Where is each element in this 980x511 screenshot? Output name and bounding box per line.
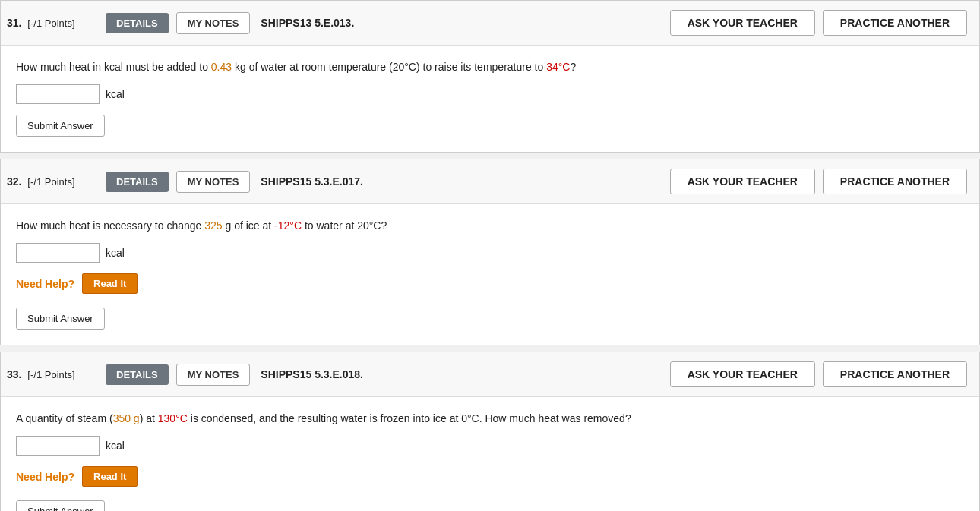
problem-32-code: SHIPPS15 5.3.E.017. <box>261 175 363 188</box>
ask-teacher-button-31[interactable]: ASK YOUR TEACHER <box>670 10 815 36</box>
problem-31-input-row: kcal <box>16 84 964 104</box>
details-button-31[interactable]: DETAILS <box>106 13 169 33</box>
problem-32-body: How much heat is necessary to change 325… <box>1 204 979 345</box>
problem-31-header-right: ASK YOUR TEACHER PRACTICE ANOTHER <box>670 10 967 36</box>
problem-33-header: 33. [-/1 Points] DETAILS MY NOTES SHIPPS… <box>1 352 979 397</box>
submit-answer-button-33[interactable]: Submit Answer <box>16 500 105 511</box>
my-notes-button-33[interactable]: MY NOTES <box>176 364 251 386</box>
read-it-button-32[interactable]: Read It <box>82 273 138 294</box>
unit-label-33: kcal <box>106 440 125 452</box>
problem-33-code: SHIPPS15 5.3.E.018. <box>261 368 363 380</box>
problem-33-header-right: ASK YOUR TEACHER PRACTICE ANOTHER <box>670 361 967 387</box>
need-help-label-33: Need Help? <box>16 471 74 483</box>
problem-31-number: 31. [-/1 Points] <box>7 17 98 29</box>
problem-31-body: How much heat in kcal must be added to 0… <box>1 46 979 152</box>
problem-32-number: 32. [-/1 Points] <box>7 175 98 188</box>
unit-label-32: kcal <box>106 247 125 259</box>
page-wrapper: 31. [-/1 Points] DETAILS MY NOTES SHIPPS… <box>0 0 980 511</box>
ask-teacher-button-32[interactable]: ASK YOUR TEACHER <box>670 169 815 194</box>
problem-33-body: A quantity of steam (350 g) at 130°C is … <box>1 397 979 511</box>
need-help-label-32: Need Help? <box>16 278 74 290</box>
ask-teacher-button-33[interactable]: ASK YOUR TEACHER <box>670 361 815 387</box>
problem-33: 33. [-/1 Points] DETAILS MY NOTES SHIPPS… <box>0 352 980 511</box>
submit-answer-button-31[interactable]: Submit Answer <box>16 115 105 137</box>
problem-33-question: A quantity of steam (350 g) at 130°C is … <box>16 411 964 427</box>
practice-another-button-33[interactable]: PRACTICE ANOTHER <box>823 361 967 387</box>
problem-31-header: 31. [-/1 Points] DETAILS MY NOTES SHIPPS… <box>1 1 979 46</box>
unit-label-31: kcal <box>106 88 125 100</box>
my-notes-button-31[interactable]: MY NOTES <box>176 12 251 34</box>
problem-31: 31. [-/1 Points] DETAILS MY NOTES SHIPPS… <box>0 0 980 153</box>
problem-32-need-help-row: Need Help? Read It <box>16 273 964 294</box>
answer-input-31[interactable] <box>16 84 100 104</box>
problem-33-number: 33. [-/1 Points] <box>7 368 98 380</box>
details-button-32[interactable]: DETAILS <box>106 172 169 192</box>
my-notes-button-32[interactable]: MY NOTES <box>176 171 251 193</box>
problem-33-input-row: kcal <box>16 436 964 456</box>
problem-32-header-right: ASK YOUR TEACHER PRACTICE ANOTHER <box>670 169 967 194</box>
problem-32-input-row: kcal <box>16 243 964 263</box>
problem-32-question: How much heat is necessary to change 325… <box>16 218 964 234</box>
details-button-33[interactable]: DETAILS <box>106 364 169 385</box>
submit-answer-button-32[interactable]: Submit Answer <box>16 308 105 330</box>
read-it-button-33[interactable]: Read It <box>82 466 138 487</box>
problem-32-header: 32. [-/1 Points] DETAILS MY NOTES SHIPPS… <box>1 159 979 204</box>
problem-32: 32. [-/1 Points] DETAILS MY NOTES SHIPPS… <box>0 159 980 345</box>
problem-31-question: How much heat in kcal must be added to 0… <box>16 59 964 75</box>
problem-31-code: SHIPPS13 5.E.013. <box>261 17 354 29</box>
answer-input-33[interactable] <box>16 436 100 456</box>
practice-another-button-32[interactable]: PRACTICE ANOTHER <box>823 169 967 194</box>
answer-input-32[interactable] <box>16 243 100 263</box>
practice-another-button-31[interactable]: PRACTICE ANOTHER <box>823 10 967 36</box>
problem-33-need-help-row: Need Help? Read It <box>16 466 964 487</box>
